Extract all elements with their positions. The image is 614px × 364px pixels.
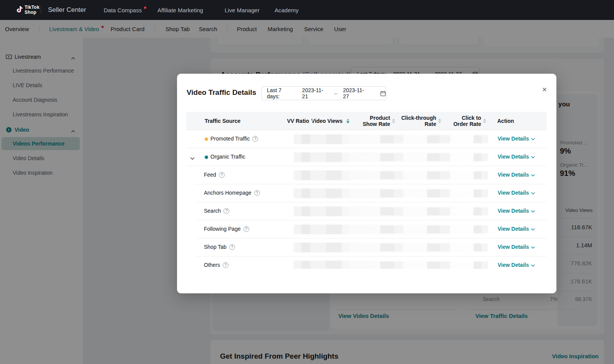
traffic-row-search: Search?View Details	[186, 202, 547, 220]
redacted-value	[380, 261, 403, 269]
traffic-source-label: Shop Tab?	[204, 244, 235, 250]
redacted-value	[427, 225, 450, 233]
redacted-value	[294, 261, 349, 269]
redacted-value	[473, 261, 488, 269]
traffic-source-label: Others?	[204, 262, 228, 268]
column-header-click-to-order-rate[interactable]: Click toOrder Rate	[412, 115, 481, 127]
close-icon[interactable]: ✕	[540, 84, 549, 94]
traffic-source-label: Feed?	[204, 172, 225, 178]
top-nav: TikTokShop Seller Center Data CompassAff…	[0, 0, 614, 20]
organic-dot	[205, 156, 208, 159]
date-end[interactable]: 2023-11-27	[343, 87, 369, 99]
date-preset: Last 7 days:	[267, 87, 295, 99]
redacted-value	[380, 153, 403, 161]
calendar-icon	[380, 91, 386, 96]
traffic-row-organic-traffic: Organic TrafficView Details	[186, 148, 547, 166]
redacted-value	[427, 171, 450, 179]
traffic-source-label: Promoted Traffic?	[210, 136, 258, 142]
view-details-link[interactable]: View Details	[498, 226, 535, 232]
table-header: Traffic SourceVV RatioVideo ViewsProduct…	[186, 112, 547, 130]
redacted-value	[473, 243, 488, 251]
redacted-value	[380, 189, 403, 197]
help-icon[interactable]: ?	[252, 136, 258, 142]
redacted-value	[380, 135, 403, 143]
redacted-value	[380, 225, 403, 233]
traffic-table: Traffic SourceVV RatioVideo ViewsProduct…	[186, 112, 547, 269]
view-details-link[interactable]: View Details	[498, 172, 535, 178]
redacted-value	[294, 225, 349, 234]
redacted-value	[294, 207, 349, 216]
topnav-item-data-compass[interactable]: Data Compass	[104, 0, 146, 20]
redacted-value	[427, 207, 450, 215]
traffic-source-label: Following Page?	[204, 226, 249, 232]
help-icon[interactable]: ?	[243, 226, 249, 232]
redacted-value	[473, 153, 488, 161]
traffic-row-anchors-homepage: Anchors Homepage?View Details	[186, 184, 547, 202]
redacted-value	[380, 207, 403, 215]
tiktok-logo-icon	[16, 6, 23, 15]
tiktok-shop-logo-text: TikTokShop	[25, 5, 40, 15]
video-traffic-details-modal: Video Traffic Details Last 7 days: 2023-…	[177, 74, 556, 293]
page: Accounts Performance (Self-operated) Las…	[0, 0, 614, 364]
redacted-value	[473, 135, 488, 143]
traffic-row-feed: Feed?View Details	[186, 166, 547, 184]
help-icon[interactable]: ?	[223, 262, 228, 268]
redacted-value	[380, 243, 403, 251]
help-icon[interactable]: ?	[229, 244, 235, 250]
redacted-value	[294, 170, 349, 180]
topnav-item-academy[interactable]: Academy	[275, 0, 299, 20]
redacted-value	[294, 152, 349, 162]
redacted-value	[427, 135, 450, 143]
help-icon[interactable]: ?	[219, 172, 225, 178]
expand-chevron-icon[interactable]	[190, 155, 195, 162]
modal-date-range[interactable]: Last 7 days: 2023-11-21 – 2023-11-27	[261, 86, 386, 100]
redacted-value	[427, 189, 450, 197]
divider	[312, 118, 313, 124]
sort-icon[interactable]	[483, 119, 487, 123]
help-icon[interactable]: ?	[254, 190, 260, 196]
view-details-link[interactable]: View Details	[498, 208, 535, 214]
view-details-link[interactable]: View Details	[498, 154, 535, 160]
modal-title: Video Traffic Details	[187, 88, 256, 97]
traffic-row-shop-tab: Shop Tab?View Details	[186, 238, 547, 256]
promoted-dot	[205, 137, 208, 141]
traffic-source-label: Search?	[204, 208, 229, 214]
view-details-link[interactable]: View Details	[498, 136, 535, 142]
column-header-action: Action	[497, 118, 514, 124]
redacted-value	[427, 243, 450, 251]
topnav-item-affiliate-marketing[interactable]: Affiliate Marketing	[157, 0, 203, 20]
redacted-value	[294, 243, 349, 252]
redacted-value	[380, 171, 403, 179]
traffic-row-following-page: Following Page?View Details	[186, 220, 547, 238]
view-details-link[interactable]: View Details	[498, 262, 535, 268]
traffic-source-label: Anchors Homepage?	[204, 190, 260, 196]
topnav-item-live-manager[interactable]: Live Manager	[225, 0, 260, 20]
view-details-link[interactable]: View Details	[498, 190, 535, 196]
redacted-value	[473, 189, 488, 197]
redacted-value	[473, 207, 488, 215]
traffic-source-label: Organic Traffic	[210, 154, 245, 160]
redacted-value	[473, 225, 488, 233]
redacted-value	[294, 189, 349, 198]
date-start[interactable]: 2023-11-21	[302, 87, 329, 99]
redacted-value	[473, 171, 488, 179]
traffic-row-others: Others?View Details	[186, 256, 547, 269]
redacted-value	[294, 134, 349, 144]
redacted-value	[427, 153, 450, 161]
help-icon[interactable]: ?	[223, 208, 229, 214]
redacted-value	[427, 261, 450, 269]
column-header-traffic-source: Traffic Source	[205, 118, 240, 124]
traffic-row-promoted-traffic: Promoted Traffic?View Details	[186, 130, 547, 148]
notification-dot	[144, 7, 146, 9]
seller-center-title[interactable]: Seller Center	[48, 0, 86, 20]
divider	[41, 6, 41, 14]
view-details-link[interactable]: View Details	[498, 244, 535, 250]
